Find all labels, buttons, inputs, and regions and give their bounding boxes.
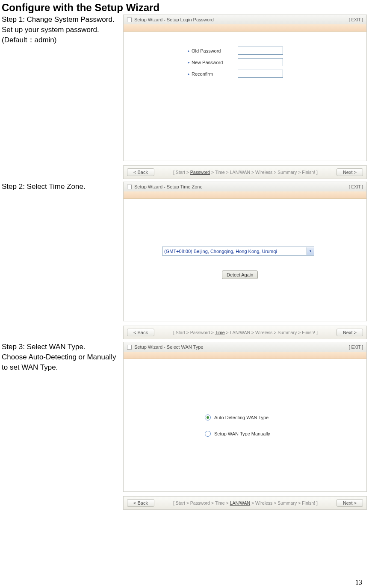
back-button[interactable]: < Back [127, 499, 154, 507]
step3-heading: Step 3: Select WAN Type. [2, 342, 121, 352]
exit-link[interactable]: [ EXIT ] [349, 18, 363, 22]
timezone-value: (GMT+08:00) Beijing, Chongqing, Hong Kon… [164, 249, 277, 254]
detect-again-button[interactable]: Detect Again [222, 270, 258, 279]
new-password-input[interactable] [238, 58, 283, 66]
timezone-select[interactable]: (GMT+08:00) Beijing, Chongqing, Hong Kon… [162, 247, 314, 256]
step2-heading: Step 2: Select Time Zone. [2, 182, 121, 192]
back-button[interactable]: < Back [127, 329, 154, 336]
panel1-footer: < Back [ Start > Password > Time > LAN/W… [123, 165, 367, 179]
panel1-header: Setup Wizard - Setup Login Password [ EX… [123, 15, 367, 24]
radio-icon [205, 431, 211, 437]
window-icon [127, 185, 132, 189]
crumb-active: LAN/WAN [230, 500, 250, 506]
panel2-body: (GMT+08:00) Beijing, Chongqing, Hong Kon… [123, 199, 367, 321]
panel3-footer: < Back [ Start > Password > Time > LAN/W… [123, 496, 367, 510]
back-button[interactable]: < Back [127, 168, 154, 176]
panel3-breadcrumb: [ Start > Password > Time > LAN/WAN > Wi… [154, 500, 337, 506]
panel2-footer: < Back [ Start > Password > Time > LAN/W… [123, 326, 367, 339]
crumb-suffix: > Wireless > Summary > Finish! ] [250, 500, 318, 506]
reconfirm-input[interactable] [238, 70, 283, 78]
panel1-title: Setup Wizard - Setup Login Password [134, 17, 349, 22]
radio-auto-detect[interactable]: Auto Detecting WAN Type [205, 415, 270, 420]
reconfirm-label: Reconfirm [192, 71, 238, 76]
bullet-icon: ▸ [188, 49, 190, 53]
step1-desc1: Set up your system password. [2, 25, 121, 35]
panel1-stripe [123, 24, 367, 32]
page-title: Configure with the Setup Wizard [2, 2, 367, 14]
radio-manual[interactable]: Setup WAN Type Manually [205, 431, 270, 437]
panel2-breadcrumb: [ Start > Password > Time > LAN/WAN > Wi… [154, 330, 337, 335]
crumb-prefix: [ Start > [173, 170, 190, 175]
step3-desc1: Choose Auto-Detecting or Manually to set… [2, 352, 121, 373]
exit-link[interactable]: [ EXIT ] [349, 185, 363, 189]
panel3-body: Auto Detecting WAN Type Setup WAN Type M… [123, 359, 367, 492]
new-password-label: New Password [192, 60, 238, 65]
exit-link[interactable]: [ EXIT ] [349, 345, 363, 350]
old-password-input[interactable] [238, 47, 283, 55]
crumb-active: Password [190, 170, 210, 175]
crumb-prefix: [ Start > Password > [173, 330, 215, 335]
panel1-breadcrumb: [ Start > Password > Time > LAN/WAN > Wi… [154, 170, 337, 175]
panel3-title: Setup Wizard - Select WAN Type [134, 344, 349, 350]
radio-manual-label: Setup WAN Type Manually [214, 431, 270, 436]
step1-desc2: (Default：admin) [2, 35, 121, 45]
old-password-label: Old Password [192, 48, 238, 53]
window-icon [127, 18, 132, 22]
crumb-active: Time [215, 330, 225, 335]
panel2-title: Setup Wizard - Setup Time Zone [134, 184, 349, 189]
panel1-body: ▸ Old Password ▸ New Password ▸ Reconfir… [123, 32, 367, 161]
panel3-header: Setup Wizard - Select WAN Type [ EXIT ] [123, 342, 367, 352]
radio-auto-label: Auto Detecting WAN Type [214, 415, 269, 420]
next-button[interactable]: Next > [337, 168, 363, 176]
crumb-prefix: [ Start > Password > Time > [173, 500, 230, 506]
next-button[interactable]: Next > [337, 499, 363, 507]
panel2-stripe [123, 191, 367, 199]
chevron-down-icon[interactable]: ▾ [307, 247, 314, 255]
bullet-icon: ▸ [188, 60, 190, 65]
panel3-stripe [123, 352, 367, 359]
radio-icon [205, 415, 211, 420]
panel2-header: Setup Wizard - Setup Time Zone [ EXIT ] [123, 182, 367, 191]
crumb-suffix: > LAN/WAN > Wireless > Summary > Finish!… [225, 330, 318, 335]
window-icon [127, 345, 132, 350]
bullet-icon: ▸ [188, 72, 190, 76]
step1-heading: Step 1: Change System Password. [2, 15, 121, 25]
next-button[interactable]: Next > [337, 329, 363, 336]
crumb-suffix: > Time > LAN/WAN > Wireless > Summary > … [210, 170, 318, 175]
